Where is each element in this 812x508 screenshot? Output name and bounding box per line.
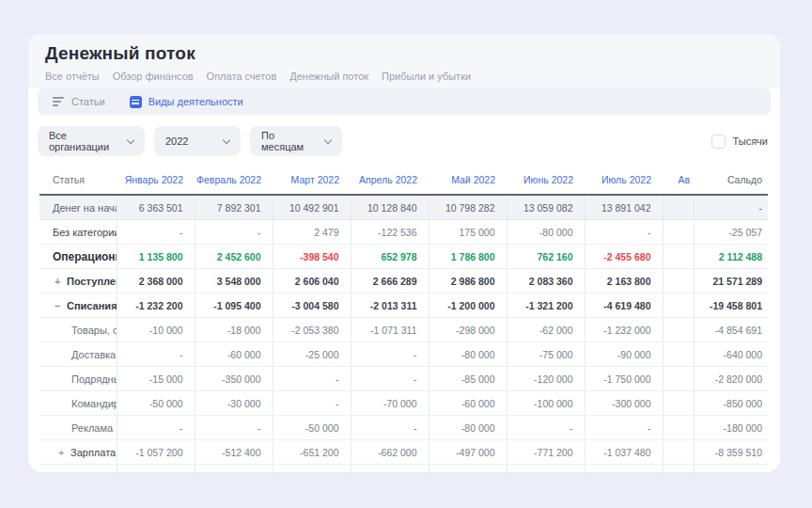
cell: -19 458 801 [694, 294, 768, 318]
column-header-article: Статья [39, 166, 117, 195]
thousands-checkbox[interactable] [711, 135, 726, 149]
cell: - [694, 195, 768, 220]
expand-icon[interactable]: + [58, 447, 70, 458]
report-tab[interactable]: Прибыли и убытки [382, 71, 471, 82]
cell: -75 000 [507, 342, 585, 367]
cell: -1 037 480 [585, 440, 663, 465]
cell: 2 666 289 [351, 269, 429, 294]
cell: -100 000 [429, 465, 507, 473]
row-label-text: Списания [67, 300, 117, 311]
cell: -3 004 580 [273, 294, 351, 318]
table-row: Реклама---50 000--80 000---180 000 [39, 416, 768, 440]
cell: -80 000 [429, 342, 507, 367]
row-label: Операционная [39, 245, 117, 269]
page-title: Денежный поток [45, 43, 763, 64]
cell: -200 000 [273, 465, 351, 473]
cell: -50 000 [273, 416, 351, 440]
cell: -60 000 [195, 342, 273, 367]
cell: -80 000 [507, 220, 585, 245]
cell: -512 400 [195, 440, 273, 465]
cell: 2 368 000 [117, 269, 195, 294]
chevron-down-icon [223, 136, 230, 144]
column-header-month[interactable]: Май 2022 [429, 166, 507, 195]
row-label: Доставка [39, 342, 117, 367]
column-header-month[interactable]: Июль 2022 [585, 166, 663, 195]
cell [663, 294, 694, 318]
cell: 1 786 800 [429, 245, 507, 269]
cell: 3 548 000 [195, 269, 273, 294]
row-label-text: Без категории [53, 227, 117, 238]
cell: 175 000 [429, 220, 507, 245]
cell: -122 536 [351, 220, 429, 245]
expand-icon[interactable]: + [55, 276, 67, 287]
cell: -771 200 [507, 440, 585, 465]
table-row: −Офис-100 000-100 000-200 000-200 000-10… [39, 465, 768, 473]
collapse-icon[interactable]: − [58, 471, 70, 473]
cell: -497 000 [429, 440, 507, 465]
cell: -150 000 [507, 465, 585, 473]
cell: -15 000 [117, 367, 195, 391]
row-label: Реклама [39, 416, 117, 440]
row-label-text: Командировки [71, 398, 117, 409]
cell [663, 269, 694, 294]
column-header-saldo: Сальдо [694, 166, 768, 195]
cell: -100 000 [195, 465, 273, 473]
report-tab[interactable]: Все отчёты [45, 71, 100, 82]
cell: -2 455 680 [585, 245, 663, 269]
cell: -8 359 510 [694, 440, 768, 465]
table-row: −Списания-1 232 200-1 095 400-3 004 580-… [39, 294, 768, 318]
cell: - [351, 342, 429, 367]
report-header: Денежный поток Все отчётыОбзор финансовО… [28, 34, 780, 88]
cell: -25 000 [273, 342, 351, 367]
view-toggle-label: Виды деятельности [148, 96, 243, 107]
cell: -200 000 [351, 465, 429, 473]
table-row: Доставка--60 000-25 000--80 000-75 000-9… [39, 342, 768, 367]
row-label: Командировки [39, 391, 117, 416]
report-tab[interactable]: Оплата счетов [207, 71, 277, 82]
cell: 10 492 901 [273, 195, 351, 220]
cell: - [585, 220, 663, 245]
column-header-month[interactable]: Апрель 2022 [351, 166, 429, 195]
cell: -398 540 [273, 245, 351, 269]
cell [663, 391, 694, 416]
column-header-month[interactable]: Март 2022 [273, 166, 351, 195]
cell [663, 416, 694, 440]
table-row: Командировки-50 000-30 000--70 000-60 00… [39, 391, 768, 416]
cell: - [585, 416, 663, 440]
column-header-month[interactable]: Июнь 2022 [507, 166, 585, 195]
row-label: +Зарплата [39, 440, 117, 465]
cell: 2 479 [273, 220, 351, 245]
column-header-month[interactable]: Ав [663, 166, 694, 195]
cell: -4 854 691 [694, 318, 768, 342]
report-tabs: Все отчётыОбзор финансовОплата счетовДен… [45, 71, 763, 82]
organization-select[interactable]: Все организации [38, 126, 145, 156]
cell: 6 363 501 [117, 195, 195, 220]
period-select[interactable]: По месяцам [250, 126, 342, 156]
table-row: +Зарплата-1 057 200-512 400-651 200-662 … [39, 440, 768, 465]
thousands-toggle[interactable]: Тысячи [711, 135, 768, 149]
report-tab[interactable]: Обзор финансов [113, 71, 194, 82]
view-toggle-bar: СтатьиВиды деятельности [38, 88, 771, 115]
view-toggle-activities[interactable]: Виды деятельности [130, 96, 243, 108]
cell: -90 000 [585, 342, 663, 367]
cell: -1 321 200 [507, 294, 585, 318]
cell: 2 163 800 [585, 269, 663, 294]
table-header-row: СтатьяЯнварь 2022Февраль 2022Март 2022Ап… [39, 166, 768, 195]
column-header-month[interactable]: Январь 2022 [117, 166, 195, 195]
cell: -662 000 [351, 440, 429, 465]
cell: -100 000 [507, 391, 585, 416]
row-label-text: Товары, сырье и материалы [71, 325, 117, 336]
cell [663, 440, 694, 465]
collapse-icon[interactable]: − [55, 300, 67, 311]
row-label-text: Зарплата [70, 447, 116, 458]
cell [663, 465, 694, 473]
view-toggle-articles[interactable]: Статьи [53, 96, 105, 107]
year-select[interactable]: 2022 [154, 126, 241, 156]
table-row: Денег на начало периода6 363 5017 892 30… [39, 195, 768, 220]
report-card: Денежный поток Все отчётыОбзор финансовО… [28, 34, 780, 472]
cell: -62 000 [507, 318, 585, 342]
column-header-month[interactable]: Февраль 2022 [195, 166, 273, 195]
cell: - [195, 416, 273, 440]
cell: -1 071 311 [351, 318, 429, 342]
report-tab[interactable]: Денежный поток [289, 71, 368, 82]
